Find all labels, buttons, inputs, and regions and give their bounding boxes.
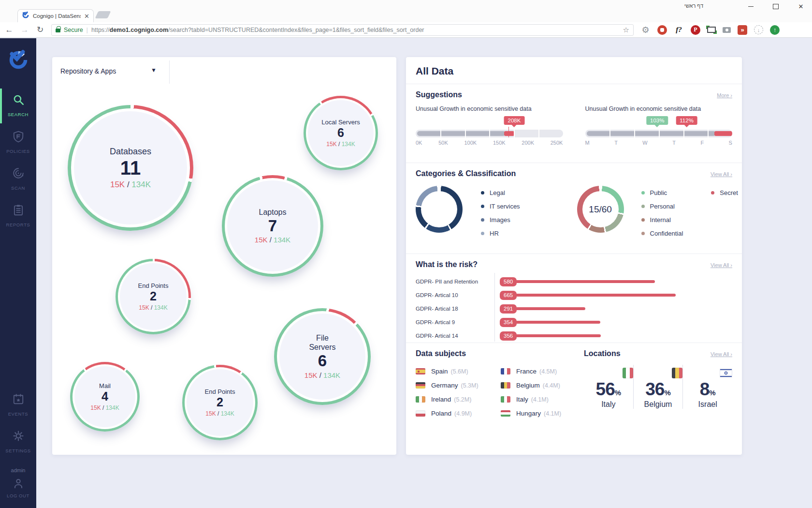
upload-extension-icon[interactable]: ↑ (770, 25, 780, 35)
pinterest-extension-icon[interactable]: P (691, 25, 700, 35)
flag-icon-germany (416, 382, 425, 388)
legend-item: Public (641, 186, 683, 199)
legend-item: Secret (711, 186, 738, 199)
tab-favicon (22, 11, 29, 21)
legend-dot (641, 218, 645, 222)
axis-tick-label: T (614, 140, 618, 146)
address-bar[interactable]: Secure | https://demo1.cognigo.com/searc… (51, 24, 634, 36)
camera-extension-icon[interactable] (723, 27, 731, 33)
tab-close-icon[interactable]: ✕ (84, 13, 89, 20)
legend-label: Legal (490, 189, 505, 196)
bubble-body: Mail415K / 134K (74, 366, 135, 427)
sidebar-item-label: SETTINGS (5, 448, 30, 453)
flag-icon-israel (720, 368, 732, 378)
cognigo-logo-icon[interactable] (7, 45, 29, 75)
suggestion-badge: 112% (676, 116, 697, 125)
subject-country: Spain (431, 368, 448, 375)
bubble-end-points[interactable]: End Points215K / 134K (116, 259, 191, 334)
locations-view-all-link[interactable]: View All › (710, 351, 732, 357)
location-percent: 36% (634, 379, 683, 400)
sidebar-item-scan[interactable]: SCAN (0, 161, 36, 198)
more-link[interactable]: More › (717, 92, 732, 98)
suggestion-chart-2: Unusual Growth in economic sensitive dat… (585, 105, 733, 163)
risk-bar-line (515, 334, 601, 337)
browser-tab[interactable]: Cognigo | DataSense ✕ (17, 9, 94, 22)
flag-icon-ireland (416, 396, 425, 403)
bubble-mail[interactable]: Mail415K / 134K (70, 362, 140, 432)
bubble-end-points[interactable]: End Points215K / 134K (182, 365, 258, 440)
bubble-fraction: 15K / 134K (255, 236, 290, 244)
subject-value: (4.5M) (539, 368, 557, 375)
bubble-file-servers[interactable]: File Servers615K / 134K (274, 308, 371, 405)
extension-icons: ⚙f?P»↓↑ (640, 25, 780, 35)
suggestion-chart-title: Unusual Growth in economic sensitive dat… (416, 105, 563, 112)
forward-icon[interactable]: → (18, 25, 31, 35)
subject-country: Poland (431, 410, 451, 417)
flag-icon-italy (623, 368, 633, 378)
legend-dot (641, 205, 645, 208)
data-subject-item: Ireland(5.2M) (416, 392, 501, 406)
bubble-local-servers[interactable]: Local Servers615K / 134K (304, 96, 378, 170)
location-country: Italy (584, 400, 633, 409)
risk-label: GDPR- Artical 18 (416, 306, 494, 312)
categories-donut-chart (416, 186, 463, 233)
location-percent: 56% (584, 379, 633, 400)
flag-icon-spain (416, 368, 425, 374)
repository-dropdown[interactable]: Repository & Apps (60, 67, 116, 75)
risk-row: GDPR- PII and Retention580 (416, 275, 732, 288)
subject-value: (4.1M) (544, 410, 561, 417)
legend-item: HR (481, 226, 520, 240)
bubble-databases[interactable]: Databases1115K / 134K (68, 105, 193, 231)
risk-view-all-link[interactable]: View All › (710, 262, 732, 268)
bookmark-star-icon[interactable]: ☆ (623, 26, 629, 34)
sidebar-item-reports[interactable]: REPORTS (0, 198, 36, 235)
bubble-body: Local Servers615K / 134K (308, 100, 374, 166)
legend-item: IT services (481, 199, 520, 213)
new-tab-button[interactable] (95, 11, 111, 18)
sidebar-item-label: SCAN (11, 185, 25, 191)
sidebar-item-settings[interactable]: SETTINGS (0, 424, 36, 461)
gear-extension-icon[interactable]: ⚙ (640, 25, 651, 35)
reports-icon (0, 204, 36, 216)
flag-icon-italy (501, 396, 510, 403)
hand-extension-icon[interactable] (657, 25, 667, 35)
risk-bar: 356 (494, 331, 601, 341)
axis-tick-label: T (672, 140, 676, 146)
f-extension-icon[interactable]: f? (674, 25, 684, 35)
suggestions-heading: Suggestions (416, 90, 462, 99)
risk-bar-line (515, 321, 600, 324)
legend-dot (641, 232, 645, 235)
logout-button[interactable]: LOG OUT (7, 477, 29, 498)
back-icon[interactable]: ← (3, 25, 15, 35)
download-extension-icon[interactable]: ↓ (754, 25, 763, 34)
sidebar-item-policies[interactable]: POLICIES (0, 124, 36, 161)
suggestion-badge: 208K (504, 116, 525, 125)
suggestions-section: Suggestions More › Unusual Growth in eco… (406, 84, 742, 163)
categories-view-all-link[interactable]: View All › (710, 171, 732, 177)
refresh-icon[interactable]: ↻ (34, 25, 46, 35)
bubble-name: Laptops (259, 208, 287, 217)
axis-tick-label: 100K (464, 140, 477, 146)
bubble-laptops[interactable]: Laptops715K / 134K (222, 175, 323, 277)
flag-icon-poland (416, 410, 425, 417)
bubble-fraction: 15K / 134K (139, 304, 167, 311)
logout-label: LOG OUT (7, 493, 29, 498)
minimize-button[interactable] (744, 2, 757, 11)
axis-tick-label: W (642, 140, 647, 146)
subject-country: France (516, 368, 536, 375)
subject-value: (5.3M) (461, 382, 478, 389)
legend-label: Public (650, 189, 667, 196)
bubble-count: 6 (337, 126, 344, 140)
bubble-body: File Servers615K / 134K (279, 314, 365, 400)
all-data-panel: All Data Suggestions More › Unusual Grow… (406, 57, 742, 455)
sidebar-item-search[interactable]: SEARCH (0, 88, 36, 124)
maximize-button[interactable] (769, 2, 782, 11)
close-button[interactable]: ✕ (795, 2, 807, 11)
data-subject-item: Poland(4.9M) (416, 406, 501, 420)
chevron-down-icon[interactable]: ▼ (151, 67, 157, 74)
legend-label: Internal (650, 216, 671, 224)
sidebar-item-events[interactable]: EVENTS (0, 387, 36, 424)
suggestion-chart-title: Unusual Growth in economic sensitive dat… (585, 105, 733, 112)
forward-extension-icon[interactable]: » (738, 25, 747, 35)
screenshot-extension-icon[interactable] (707, 27, 716, 33)
